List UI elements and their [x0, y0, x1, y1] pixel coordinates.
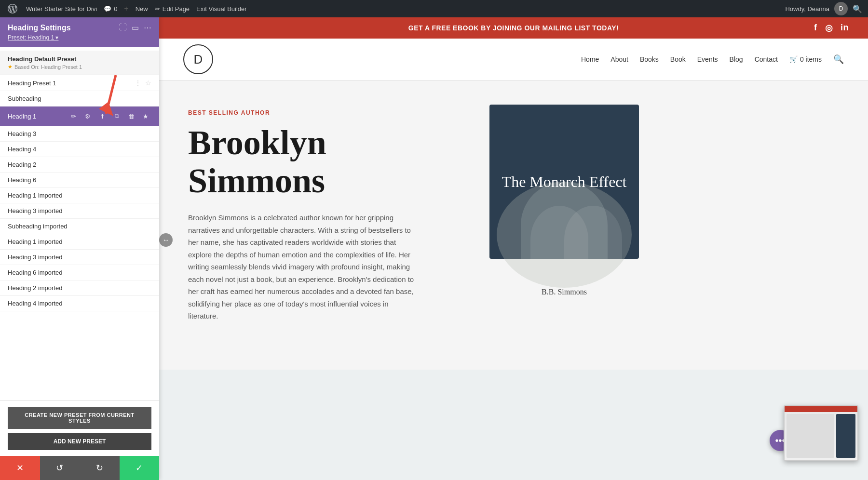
resize-handle[interactable]: ↔	[159, 233, 173, 247]
cancel-icon: ✕	[16, 463, 24, 473]
preset-item-dots[interactable]: ⋮	[135, 79, 141, 87]
edit-icon[interactable]: ✏	[68, 110, 79, 122]
list-item[interactable]: Heading 3 imported	[0, 203, 159, 219]
hero-badge: BEST SELLING AUTHOR	[188, 109, 444, 116]
site-name[interactable]: Writer Starter Site for Divi	[26, 5, 97, 13]
cart-icon: 🛒	[789, 55, 798, 63]
preset-item-label: Heading 2	[8, 161, 151, 168]
panel-header-icons: ⛶ ▭ ⋯	[119, 23, 151, 32]
save-button[interactable]: ✓	[120, 456, 160, 480]
thumbnail-inner	[785, 406, 857, 460]
delete-icon[interactable]: 🗑	[125, 110, 137, 122]
site-logo[interactable]: D	[183, 44, 213, 74]
upload-icon[interactable]: ⬆	[96, 110, 108, 122]
list-item[interactable]: Heading 6	[0, 173, 159, 188]
logo-letter: D	[194, 52, 203, 67]
new-button[interactable]: New	[136, 5, 148, 13]
list-item[interactable]: Heading 4	[0, 142, 159, 157]
default-preset-title: Heading Default Preset	[8, 55, 151, 63]
preset-default-group: Heading Default Preset ★ Based On: Headi…	[0, 51, 159, 75]
expand-icon[interactable]: ▭	[132, 23, 139, 32]
edit-page-button[interactable]: ✏ Edit Page	[155, 5, 190, 13]
list-item[interactable]: Heading 3	[0, 126, 159, 142]
preset-item-label: Heading 1 imported	[8, 238, 151, 245]
list-item[interactable]: Subheading	[0, 91, 159, 107]
nav-blog[interactable]: Blog	[730, 55, 743, 63]
settings-icon[interactable]: ⚙	[82, 110, 94, 122]
notif-bar-icons: f ◎ in	[814, 23, 849, 33]
list-item[interactable]: Heading 3 imported	[0, 250, 159, 265]
preset-section: Heading Default Preset ★ Based On: Headi…	[0, 47, 159, 400]
create-preset-button[interactable]: CREATE NEW PRESET FROM CURRENT STYLES	[8, 407, 151, 429]
nav-contact[interactable]: Contact	[755, 55, 778, 63]
cancel-button[interactable]: ✕	[0, 456, 40, 480]
hero-title: Brooklyn Simmons	[188, 124, 444, 200]
preset-item-label: Heading 3 imported	[8, 207, 151, 214]
nav-events[interactable]: Events	[697, 55, 718, 63]
more-icon[interactable]: ⋯	[144, 23, 151, 32]
nav-books[interactable]: Books	[640, 55, 659, 63]
instagram-icon[interactable]: ◎	[825, 23, 833, 33]
thumb-right-panel	[836, 414, 855, 458]
undo-button[interactable]: ↺	[40, 456, 80, 480]
main-layout: Heading Settings ⛶ ▭ ⋯ Preset: Heading 1…	[0, 17, 868, 480]
exit-builder-button[interactable]: Exit Visual Builder	[196, 5, 247, 13]
preset-item-label: Heading 1	[8, 113, 68, 120]
panel-title: Heading Settings	[8, 24, 71, 32]
notif-text: GET A FREE EBOOK BY JOINING OUR MAILING …	[408, 24, 619, 32]
preset-item-label: Heading 3	[8, 130, 151, 137]
preset-item-label: Heading 2 imported	[8, 284, 151, 292]
admin-bar-right: Howdy, Deanna D 🔍	[785, 2, 862, 15]
facebook-icon[interactable]: f	[814, 23, 817, 33]
thumb-body	[785, 412, 857, 460]
user-avatar[interactable]: D	[834, 2, 848, 15]
preset-item-label: Heading 1 imported	[8, 192, 151, 199]
nav-book[interactable]: Book	[670, 55, 686, 63]
linkedin-icon[interactable]: in	[841, 23, 849, 33]
list-item[interactable]: Heading 4 imported	[0, 296, 159, 311]
fullscreen-icon[interactable]: ⛶	[119, 23, 127, 32]
add-preset-button[interactable]: ADD NEW PRESET	[8, 433, 151, 450]
book-author: B.B. Simmons	[542, 288, 587, 296]
howdy-text: Howdy, Deanna	[785, 5, 829, 13]
nav-about[interactable]: About	[610, 55, 628, 63]
copy-icon[interactable]: ⧉	[111, 110, 122, 122]
wordpress-logo[interactable]	[6, 2, 19, 15]
site-header: D Home About Books Book Events Blog Cont…	[159, 39, 868, 80]
admin-bar: Writer Starter Site for Divi 💬 0 + New ✏…	[0, 0, 868, 17]
panel-header: Heading Settings ⛶ ▭ ⋯ Preset: Heading 1…	[0, 17, 159, 47]
thumb-left-panel	[787, 414, 834, 458]
preset-item-label: Subheading imported	[8, 223, 151, 230]
preset-item-label: Heading 6	[8, 176, 151, 184]
preset-item-label: Subheading	[8, 95, 151, 102]
left-panel: Heading Settings ⛶ ▭ ⋯ Preset: Heading 1…	[0, 17, 159, 480]
website-preview: GET A FREE EBOOK BY JOINING OUR MAILING …	[159, 17, 868, 480]
list-item[interactable]: Heading 6 imported	[0, 265, 159, 280]
search-icon[interactable]: 🔍	[853, 4, 862, 13]
hero-book: The Monarch Effect B.B. Simmons	[473, 80, 656, 370]
comment-count[interactable]: 💬 0	[104, 5, 117, 13]
preset-item-label: Heading 4 imported	[8, 300, 151, 307]
nav-home[interactable]: Home	[581, 55, 599, 63]
book-title: The Monarch Effect	[492, 163, 637, 200]
undo-icon: ↺	[56, 463, 63, 473]
redo-icon: ↻	[96, 463, 103, 473]
list-item[interactable]: Subheading imported	[0, 219, 159, 234]
star-icon[interactable]: ☆	[145, 79, 151, 87]
thumbnail-overlay	[784, 405, 858, 461]
preset-list: Heading Preset 1 ⋮ ☆ Subheading Heading …	[0, 75, 159, 311]
list-item[interactable]: Heading 2 imported	[0, 280, 159, 296]
list-item[interactable]: Heading 1 imported	[0, 234, 159, 250]
nav-cart[interactable]: 🛒 0 items	[789, 55, 822, 63]
hero-description: Brooklyn Simmons is a celebrated author …	[188, 212, 420, 322]
list-item[interactable]: Heading 1 imported	[0, 188, 159, 203]
thumb-header	[785, 406, 857, 412]
list-item[interactable]: Heading 2	[0, 157, 159, 173]
admin-bar-left: Writer Starter Site for Divi 💬 0 + New ✏…	[6, 2, 777, 15]
panel-subtitle[interactable]: Preset: Heading 1 ▾	[8, 34, 151, 41]
star-active-icon[interactable]: ★	[140, 110, 151, 122]
search-icon[interactable]: 🔍	[833, 54, 844, 65]
list-item[interactable]: Heading 1 ✏ ⚙ ⬆ ⧉ 🗑 ★	[0, 107, 159, 126]
list-item[interactable]: Heading Preset 1 ⋮ ☆	[0, 75, 159, 91]
redo-button[interactable]: ↻	[80, 456, 120, 480]
